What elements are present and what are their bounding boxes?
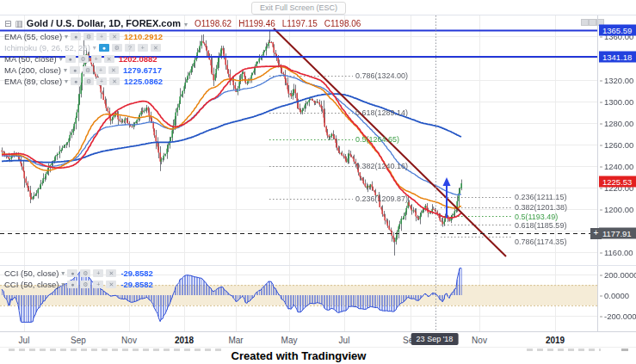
tradingview-fullscreen-chart: Exit Full Screen (ESC) ⊟ ▥ Gold / U.S. D… xyxy=(0,0,636,364)
legend-row-cci-2: CCI (50, close) ▾ ● ⚙ + ✕ -29.8582 xyxy=(4,279,153,290)
axis-setting-button-2[interactable] xyxy=(589,19,596,26)
close-icon[interactable]: ✕ xyxy=(151,44,161,52)
legend-row-ma200: MA (200, close) ▾ ● ⚙ + ✕ 1279.6717 xyxy=(4,65,163,76)
chevron-down-icon[interactable]: ▾ xyxy=(61,269,65,277)
indicator-legend: EMA (55, close) ▾ ● ⚙ + ✕ 1210.2912 Ichi… xyxy=(4,31,163,87)
legend-row-ichimoku: Ichimoku (9, 26, 52, 26) ▾ ● ⚙ ? + ✕ xyxy=(4,42,163,53)
exit-fullscreen-button[interactable]: Exit Full Screen (ESC) xyxy=(251,2,346,15)
symbol-caret-icon[interactable]: ▾ xyxy=(184,21,188,28)
price-axis[interactable]: 1360.00 1320.00 1300.00 1280.00 1260.00 … xyxy=(598,15,636,347)
time-tick: Nov xyxy=(472,336,487,345)
time-tick: Mar xyxy=(228,336,243,345)
gear-icon[interactable] xyxy=(621,349,628,351)
scale-settings-clipped[interactable] xyxy=(527,349,601,351)
gear-icon[interactable]: ⚙ xyxy=(80,281,90,288)
add-icon[interactable]: + xyxy=(96,33,107,40)
close-icon[interactable]: ✕ xyxy=(109,77,120,85)
eye-icon[interactable]: ● xyxy=(99,44,109,52)
gear-icon[interactable]: ⚙ xyxy=(80,269,90,277)
chevron-down-icon[interactable]: ▾ xyxy=(65,33,68,40)
price-tick: 1280.00 xyxy=(604,119,633,128)
gear-icon[interactable]: ⚙ xyxy=(83,66,93,74)
time-axis[interactable]: Jul Sep Nov 2018 Mar May Jul Sep Nov 201… xyxy=(0,331,636,348)
range-selector-clipped[interactable] xyxy=(9,349,222,351)
time-tick: May xyxy=(281,336,298,345)
indicator-label[interactable]: CCI (50, close) xyxy=(4,268,59,278)
time-tick-year: 2019 xyxy=(546,336,565,345)
chevron-down-icon[interactable]: ▾ xyxy=(64,66,67,74)
axis-setting-button-1[interactable] xyxy=(581,19,589,26)
cci-tick: -200.0000 xyxy=(604,312,636,321)
indicator-label[interactable]: CCI (50, close) xyxy=(4,280,59,289)
chevron-down-icon[interactable]: ▾ xyxy=(65,77,68,85)
add-icon[interactable]: + xyxy=(93,269,103,277)
ohlc-high: H1199.46 xyxy=(238,19,275,28)
cci-tick: 200.0000 xyxy=(604,270,636,280)
eye-icon[interactable]: ● xyxy=(71,33,81,40)
indicator-value: 1279.6717 xyxy=(123,65,162,75)
chevron-down-icon[interactable]: ▾ xyxy=(93,44,96,52)
collapse-legend-icon[interactable]: ⊟ xyxy=(4,19,11,28)
add-icon[interactable]: + xyxy=(96,77,107,85)
close-icon[interactable]: ✕ xyxy=(104,55,114,63)
add-icon[interactable]: + xyxy=(93,281,103,288)
symbol-title[interactable]: Gold / U.S. Dollar, 1D, FOREX.com xyxy=(27,18,181,28)
fib-label: 0.786(1324.00) xyxy=(355,71,408,80)
close-icon[interactable]: ✕ xyxy=(108,66,119,74)
gear-icon[interactable]: ⚙ xyxy=(78,55,89,63)
cci-legend: CCI (50, close) ▾ ● ⚙ + ✕ -29.8582 CCI (… xyxy=(4,268,153,290)
eye-icon[interactable]: ● xyxy=(70,66,80,74)
indicator-label[interactable]: MA (50, close) xyxy=(4,54,57,64)
eye-icon[interactable]: ● xyxy=(71,77,81,85)
fib-label: 0.618(1185.59) xyxy=(515,221,566,230)
indicator-label[interactable]: EMA (89, close) xyxy=(4,77,62,86)
time-tick: Sep xyxy=(71,336,86,345)
chart-style-icon[interactable]: ▥ xyxy=(15,19,22,28)
add-icon[interactable]: + xyxy=(138,44,148,52)
time-tick-year: 2018 xyxy=(175,336,194,345)
fib-label: 0.618(1289.14) xyxy=(355,108,408,117)
cci-tick: 0.0000 xyxy=(604,291,629,300)
close-icon[interactable]: ✕ xyxy=(109,33,120,40)
fib-label: 0.382(1240.16) xyxy=(355,162,408,170)
legend-row-ema89: EMA (89, close) ▾ ● ⚙ + ✕ 1225.0862 xyxy=(4,76,163,87)
gear-icon[interactable]: ⚙ xyxy=(112,44,122,52)
indicator-label[interactable]: Ichimoku (9, 26, 52, 26) xyxy=(4,43,90,52)
footer-strip: Created with Tradingview xyxy=(0,347,636,364)
indicator-label[interactable]: MA (200, close) xyxy=(4,65,61,75)
add-icon[interactable]: + xyxy=(91,55,102,63)
crosshair-date-tooltip: 23 Sep '18 xyxy=(411,333,459,345)
price-tick: 1160.00 xyxy=(604,248,633,257)
price-tag-drawn-level: 1177.91 xyxy=(599,228,636,239)
close-icon[interactable]: ✕ xyxy=(106,281,116,288)
ohlc-low: L1197.15 xyxy=(282,19,318,28)
topbar-divider xyxy=(0,15,636,15)
eye-icon[interactable]: ● xyxy=(67,281,77,288)
eye-icon[interactable]: ● xyxy=(67,269,77,277)
symbol-header: ⊟ ▥ Gold / U.S. Dollar, 1D, FOREX.com ▾ … xyxy=(4,18,361,28)
fib-label: 0.786(1174.35) xyxy=(515,238,566,246)
legend-row-ma50: MA (50, close) ▾ ● ⚙ + ✕ 1202.0882 xyxy=(4,53,163,65)
legend-row-ema55: EMA (55, close) ▾ ● ⚙ + ✕ 1210.2912 xyxy=(4,31,163,42)
pane-divider[interactable] xyxy=(0,265,636,266)
gear-icon[interactable]: ⚙ xyxy=(83,77,94,85)
help-icon[interactable]: ? xyxy=(125,44,135,52)
indicator-value: -29.8582 xyxy=(120,280,153,289)
add-icon[interactable]: + xyxy=(96,66,106,74)
price-tag-blue-level: 1365.59 xyxy=(599,25,636,36)
price-tag-last-price: 1225.53 xyxy=(599,176,636,188)
price-tick: 1200.00 xyxy=(604,205,633,214)
fib-label: 0.5(1264.65) xyxy=(355,135,399,144)
time-tick: Jul xyxy=(19,336,30,345)
add-alert-plus-icon[interactable]: + xyxy=(590,228,602,239)
chevron-down-icon[interactable]: ▾ xyxy=(59,55,63,63)
eye-icon[interactable]: ● xyxy=(65,55,76,63)
gear-icon[interactable]: ⚙ xyxy=(83,33,94,40)
time-tick: Nov xyxy=(121,336,137,345)
indicator-label[interactable]: EMA (55, close) xyxy=(4,32,62,41)
close-icon[interactable]: ✕ xyxy=(106,269,116,277)
price-tick: 1260.00 xyxy=(604,140,633,150)
indicator-value: -29.8582 xyxy=(120,268,153,278)
time-tick: Jul xyxy=(339,336,350,345)
chevron-down-icon[interactable]: ▾ xyxy=(61,281,65,288)
